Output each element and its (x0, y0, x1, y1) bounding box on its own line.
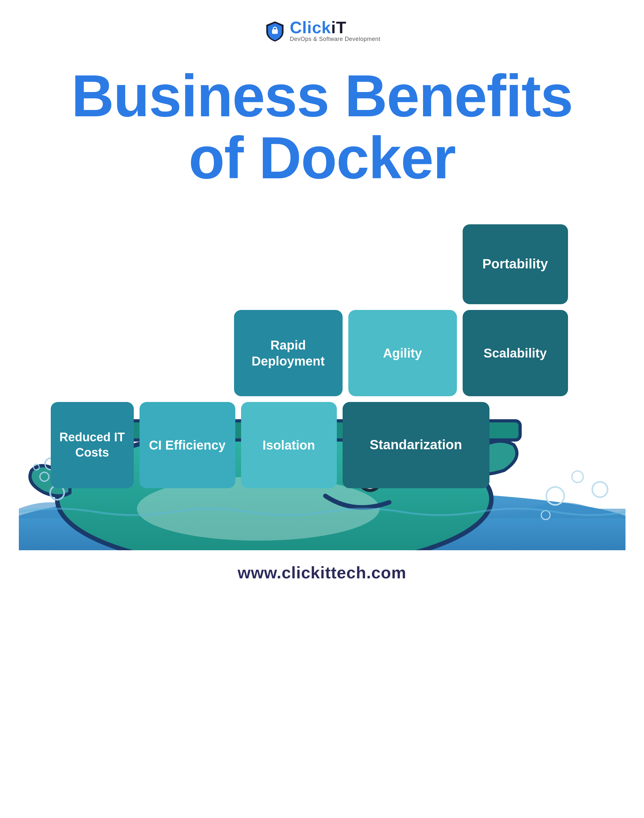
row-bot: Reduced IT Costs CI Efficiency Isolation… (51, 402, 593, 488)
shield-icon (264, 20, 286, 42)
row-top: Portability (51, 224, 593, 304)
block-standarization: Standarization (343, 402, 489, 488)
logo-text: ClickiT DevOps & Software Development (290, 19, 380, 43)
block-agility: Agility (348, 310, 457, 396)
infographic: Portability Rapid Deployment Agility Sca… (19, 215, 626, 550)
svg-point-18 (592, 482, 607, 497)
logo-area: ClickiT DevOps & Software Development (264, 19, 380, 43)
row-mid: Rapid Deployment Agility Scalability (51, 310, 593, 396)
containers-layout: Portability Rapid Deployment Agility Sca… (51, 224, 593, 488)
logo-brand: ClickiT (290, 19, 347, 36)
logo-click: Click (290, 18, 331, 37)
logo-container: ClickiT DevOps & Software Development (264, 19, 380, 43)
block-isolation: Isolation (241, 402, 337, 488)
main-title: Business Benefits of Docker (46, 65, 598, 189)
footer-url: www.clickittech.com (238, 563, 406, 582)
logo-tagline: DevOps & Software Development (290, 36, 380, 43)
block-scalability: Scalability (463, 310, 568, 396)
logo-it: iT (331, 18, 347, 37)
block-portability: Portability (463, 224, 568, 304)
title-line2: of Docker (189, 125, 455, 191)
title-line1: Business Benefits (72, 63, 573, 129)
block-ci-efficiency: CI Efficiency (140, 402, 235, 488)
block-rapid-deployment: Rapid Deployment (234, 310, 343, 396)
block-reduced-it-costs: Reduced IT Costs (51, 402, 134, 488)
